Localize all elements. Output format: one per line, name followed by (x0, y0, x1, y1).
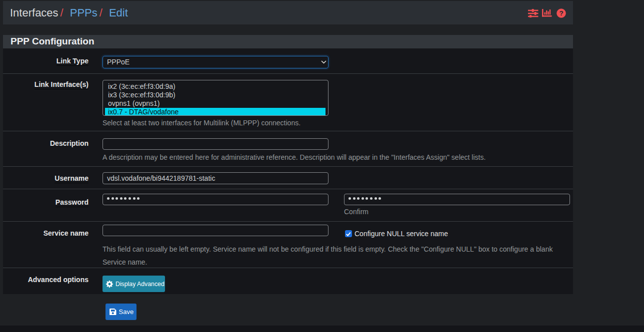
svg-text:?: ? (559, 9, 563, 17)
